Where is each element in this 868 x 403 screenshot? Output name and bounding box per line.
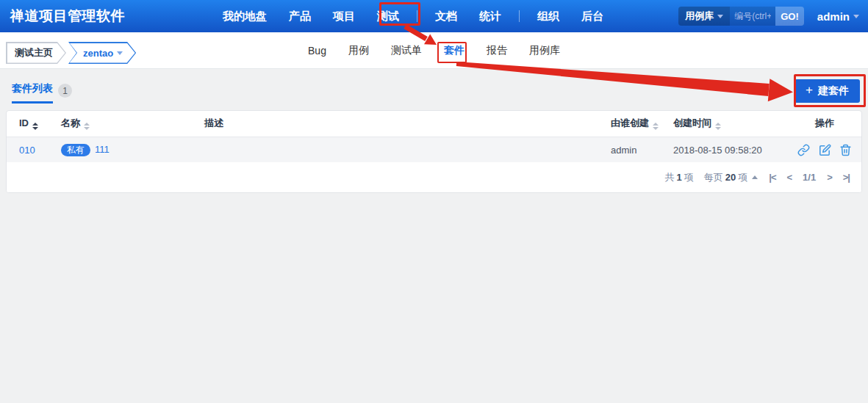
search-input[interactable] — [730, 7, 775, 26]
top-navbar: 禅道项目管理软件 我的地盘 产品 项目 测试 文档 统计 组织 后台 用例库 G… — [0, 0, 868, 32]
test-sub-tabs: Bug 用例 测试单 套件 报告 用例库 — [0, 32, 868, 69]
count-badge: 1 — [58, 84, 72, 98]
tab-caselib[interactable]: 用例库 — [518, 44, 571, 57]
topbar-right: 用例库 GO! admin — [678, 7, 859, 26]
nav-item-stats[interactable]: 统计 — [468, 0, 512, 32]
prev-page-button[interactable]: < — [787, 172, 792, 183]
col-header-label: ID — [19, 117, 29, 128]
chevron-up-icon — [752, 175, 758, 179]
suite-name-link[interactable]: 111 — [95, 144, 110, 155]
nav-item-product[interactable]: 产品 — [278, 0, 322, 32]
creator-cell: admin — [608, 137, 670, 163]
next-page-button[interactable]: > — [827, 172, 832, 183]
trash-icon[interactable] — [839, 144, 852, 156]
suite-table: ID 名称 描述 由谁创建 创建时间 操作 — [7, 111, 861, 164]
go-button[interactable]: GO! — [775, 7, 804, 26]
col-header-label: 描述 — [204, 117, 223, 128]
main-nav: 我的地盘 产品 项目 测试 文档 统计 组织 后台 — [212, 0, 614, 32]
suite-id-link[interactable]: 010 — [19, 145, 35, 156]
total-number: 1 — [677, 172, 682, 183]
main-content: 套件列表 1 + 建套件 ID 名称 描述 — [0, 70, 868, 403]
total-suffix: 项 — [684, 171, 694, 184]
page-indicator: 1/1 — [803, 172, 816, 183]
total-prefix: 共 — [665, 171, 675, 184]
nav-divider — [519, 10, 520, 22]
user-menu[interactable]: admin — [817, 10, 859, 23]
create-suite-label: 建套件 — [818, 84, 849, 98]
chevron-down-icon — [853, 15, 859, 18]
sub-navbar: 测试主页 zentao Bug 用例 测试单 套件 报告 用例库 — [0, 32, 868, 69]
sort-icon — [653, 123, 659, 130]
perpage-prefix: 每页 — [704, 171, 723, 184]
sort-icon — [32, 123, 38, 130]
quick-search: 用例库 GO! — [678, 7, 804, 26]
sort-icon — [715, 123, 721, 130]
perpage-suffix: 项 — [738, 171, 747, 184]
col-header-desc: 描述 — [201, 111, 608, 137]
nav-item-admin-panel[interactable]: 后台 — [570, 0, 614, 32]
col-header-id[interactable]: ID — [7, 111, 58, 137]
nav-item-test[interactable]: 测试 — [366, 0, 410, 32]
col-header-creator[interactable]: 由谁创建 — [608, 111, 670, 137]
first-page-button[interactable]: |< — [769, 172, 775, 183]
table-row: 010 私有111 admin 2018-08-15 09:58:20 — [7, 137, 861, 163]
app-title: 禅道项目管理软件 — [10, 7, 125, 26]
tab-case[interactable]: 用例 — [337, 44, 380, 57]
last-page-button[interactable]: >| — [843, 172, 850, 183]
suite-desc-cell — [201, 137, 608, 163]
col-header-created[interactable]: 创建时间 — [670, 111, 788, 137]
plus-icon: + — [806, 83, 813, 98]
col-header-label: 操作 — [815, 117, 834, 128]
nav-divider — [417, 10, 417, 22]
actions-cell — [788, 137, 861, 163]
suite-list-label: 套件列表 — [12, 82, 53, 104]
created-time-cell: 2018-08-15 09:58:20 — [670, 137, 788, 163]
tab-suite[interactable]: 套件 — [433, 44, 476, 57]
chevron-down-icon — [717, 15, 723, 18]
col-header-label: 创建时间 — [673, 117, 711, 128]
suite-table-card: ID 名称 描述 由谁创建 创建时间 操作 — [6, 110, 862, 193]
col-header-label: 名称 — [61, 117, 80, 128]
col-header-label: 由谁创建 — [611, 117, 649, 128]
edit-icon[interactable] — [819, 144, 831, 156]
user-name: admin — [817, 10, 850, 23]
search-module-dropdown[interactable]: 用例库 — [678, 7, 730, 26]
nav-item-project[interactable]: 项目 — [322, 0, 366, 32]
suite-list-tab[interactable]: 套件列表 1 — [12, 82, 72, 104]
create-suite-button[interactable]: + 建套件 — [795, 79, 860, 103]
sort-icon — [84, 123, 90, 130]
tab-bug[interactable]: Bug — [297, 45, 337, 57]
tab-report[interactable]: 报告 — [476, 44, 518, 57]
perpage-number: 20 — [725, 172, 736, 183]
link-icon[interactable] — [797, 144, 810, 156]
col-header-name[interactable]: 名称 — [58, 111, 201, 137]
per-page-selector[interactable]: 每页20项 — [704, 171, 758, 184]
search-module-label: 用例库 — [685, 10, 714, 23]
total-count: 共1项 — [665, 171, 694, 184]
nav-item-org[interactable]: 组织 — [526, 0, 570, 32]
nav-item-doc[interactable]: 文档 — [424, 0, 468, 32]
table-header-row: ID 名称 描述 由谁创建 创建时间 操作 — [7, 111, 861, 137]
private-badge: 私有 — [61, 144, 90, 156]
col-header-actions: 操作 — [788, 111, 861, 137]
nav-item-my-zone[interactable]: 我的地盘 — [212, 0, 278, 32]
tab-testtask[interactable]: 测试单 — [380, 44, 433, 57]
pagination-bar: 共1项 每页20项 |< < 1/1 > >| — [7, 162, 861, 192]
